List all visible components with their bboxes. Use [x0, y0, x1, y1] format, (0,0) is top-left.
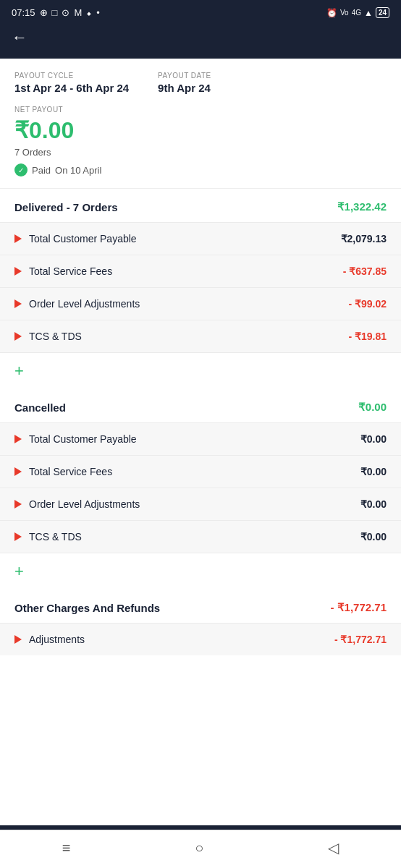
other-charges-amount: - ₹1,772.71 [330, 601, 387, 614]
payout-date-label: PAYOUT DATE [158, 72, 211, 80]
other-charges-section-header: Other Charges And Refunds - ₹1,772.71 [0, 590, 401, 623]
other-charges-item-amount-0: - ₹1,772.71 [334, 634, 387, 645]
payout-date-value: 9th Apr 24 [158, 82, 211, 94]
payout-date-col: PAYOUT DATE 9th Apr 24 [158, 72, 211, 94]
alarm-icon: ⏰ [326, 8, 337, 18]
net-payout-label: NET PAYOUT [14, 106, 387, 114]
cancelled-title: Cancelled [14, 401, 66, 414]
menu-nav-icon[interactable]: ≡ [62, 840, 71, 856]
time-display: 07:15 [12, 7, 35, 18]
battery-indicator: 24 [376, 7, 389, 18]
delivered-title: Delivered - 7 Orders [14, 201, 118, 213]
expand-icon [14, 467, 22, 476]
paid-date: On 10 April [55, 165, 101, 176]
delivered-items: Total Customer Payable ₹2,079.13 Total S… [0, 222, 401, 352]
network-type: 4G [352, 9, 361, 17]
delivered-item-label-3: TCS & TDS [29, 331, 82, 342]
gmail-icon: M [74, 7, 82, 18]
cancelled-item-amount-1: ₹0.00 [360, 466, 387, 477]
cancelled-item-amount-0: ₹0.00 [360, 433, 387, 445]
orders-count: 7 Orders [14, 147, 387, 158]
cancelled-item-label-3: TCS & TDS [29, 531, 82, 542]
paid-label: Paid [32, 165, 51, 176]
cancelled-item-2[interactable]: Order Level Adjustments ₹0.00 [0, 488, 401, 520]
payout-info-section: PAYOUT CYCLE 1st Apr 24 - 6th Apr 24 PAY… [0, 59, 401, 189]
messenger-icon: □ [52, 7, 58, 18]
location-icon: ⬥ [86, 7, 92, 18]
cancelled-item-label-2: Order Level Adjustments [29, 498, 140, 510]
navigation-bar: ≡ ○ ◁ [0, 830, 401, 868]
expand-icon [14, 635, 22, 644]
status-left: 07:15 ⊕ □ ⊙ M ⬥ • [12, 7, 100, 18]
expand-icon [14, 500, 22, 509]
cancelled-item-amount-2: ₹0.00 [360, 498, 387, 510]
status-bar: 07:15 ⊕ □ ⊙ M ⬥ • ⏰ Vo 4G ▲ 24 [0, 0, 401, 22]
expand-icon [14, 234, 22, 243]
expand-icon [14, 267, 22, 276]
cancelled-items: Total Customer Payable ₹0.00 Total Servi… [0, 422, 401, 553]
back-button[interactable]: ← [12, 28, 28, 47]
delivered-item-amount-3: - ₹19.81 [348, 331, 387, 342]
delivered-item-0[interactable]: Total Customer Payable ₹2,079.13 [0, 222, 401, 255]
cancelled-item-label-0: Total Customer Payable [29, 433, 137, 445]
cancelled-item-0[interactable]: Total Customer Payable ₹0.00 [0, 422, 401, 455]
expand-icon [14, 435, 22, 443]
cancelled-item-1[interactable]: Total Service Fees ₹0.00 [0, 455, 401, 488]
expand-icon [14, 299, 22, 308]
delivered-item-label-1: Total Service Fees [29, 265, 112, 277]
expand-icon [14, 332, 22, 341]
delivered-item-3[interactable]: TCS & TDS - ₹19.81 [0, 320, 401, 352]
sim-icon: ⊕ [40, 7, 48, 18]
status-right: ⏰ Vo 4G ▲ 24 [326, 7, 389, 18]
payout-cycle-row: PAYOUT CYCLE 1st Apr 24 - 6th Apr 24 PAY… [14, 72, 387, 94]
payout-cycle-value: 1st Apr 24 - 6th Apr 24 [14, 82, 129, 94]
other-charges-item-label-0: Adjustments [29, 634, 85, 645]
instagram-icon: ⊙ [62, 7, 69, 18]
payout-cycle-label: PAYOUT CYCLE [14, 72, 129, 80]
cancelled-item-3[interactable]: TCS & TDS ₹0.00 [0, 520, 401, 553]
cancelled-section-header: Cancelled ₹0.00 [0, 389, 401, 422]
expand-icon [14, 532, 22, 541]
delivered-item-label-2: Order Level Adjustments [29, 298, 140, 310]
paid-badge: ✓ Paid On 10 April [14, 163, 387, 176]
plus-icon-2: + [14, 562, 24, 580]
home-nav-icon[interactable]: ○ [195, 840, 203, 856]
net-payout-amount: ₹0.00 [14, 116, 387, 144]
back-header: ← [0, 22, 401, 59]
delivered-item-amount-0: ₹2,079.13 [341, 233, 387, 244]
delivered-item-label-0: Total Customer Payable [29, 233, 137, 244]
other-charges-item-0[interactable]: Adjustments - ₹1,772.71 [0, 623, 401, 655]
dot-indicator: • [96, 7, 100, 18]
signal-icon: ▲ [364, 8, 373, 18]
plus-divider-1: + [0, 352, 401, 389]
paid-check-icon: ✓ [14, 163, 28, 176]
delivered-amount: ₹1,322.42 [337, 200, 387, 213]
delivered-item-1[interactable]: Total Service Fees - ₹637.85 [0, 255, 401, 287]
cancelled-amount: ₹0.00 [358, 401, 387, 414]
back-nav-icon[interactable]: ◁ [328, 839, 339, 856]
delivered-item-2[interactable]: Order Level Adjustments - ₹99.02 [0, 287, 401, 320]
plus-divider-2: + [0, 553, 401, 590]
voip-icon: Vo [340, 9, 349, 17]
payout-cycle-col: PAYOUT CYCLE 1st Apr 24 - 6th Apr 24 [14, 72, 129, 94]
other-charges-title: Other Charges And Refunds [14, 602, 160, 614]
delivered-item-amount-2: - ₹99.02 [348, 298, 387, 310]
plus-icon-1: + [14, 362, 24, 380]
cancelled-item-amount-3: ₹0.00 [360, 531, 387, 542]
main-content: PAYOUT CYCLE 1st Apr 24 - 6th Apr 24 PAY… [0, 59, 401, 825]
cancelled-item-label-1: Total Service Fees [29, 466, 112, 477]
delivered-item-amount-1: - ₹637.85 [343, 265, 387, 277]
delivered-section-header: Delivered - 7 Orders ₹1,322.42 [0, 189, 401, 222]
